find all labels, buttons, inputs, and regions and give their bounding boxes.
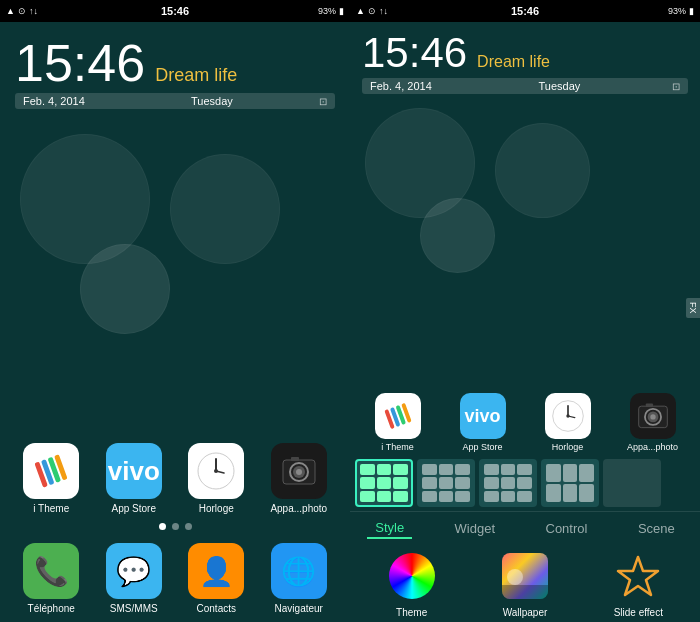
mini-app-horloge[interactable]: Horloge (535, 393, 600, 452)
left-bubbles-area (0, 114, 350, 433)
mini-app-appstore[interactable]: vivo App Store (450, 393, 515, 452)
app-item-horloge[interactable]: Horloge (181, 443, 251, 514)
app-icon-horloge (188, 443, 244, 499)
signal-icon: ▲ (6, 6, 15, 16)
right-status-icons: ▲ ⊙ ↑↓ (356, 6, 388, 16)
bottom-icon-wallpaper[interactable]: Wallpaper (485, 549, 565, 618)
app-item-itheme[interactable]: i Theme (16, 443, 86, 514)
svg-point-7 (296, 469, 302, 475)
right-clock-widget: 15:46 Dream life Feb. 4, 2014 Tuesday ⊡ (350, 22, 700, 98)
left-day-text: Tuesday (191, 95, 233, 107)
bottom-icon-slideeffect[interactable]: Slide effect (598, 549, 678, 618)
svg-rect-17 (645, 403, 652, 407)
app-icon-itheme (23, 443, 79, 499)
person-icon: 👤 (199, 555, 234, 588)
theme-circle (385, 549, 439, 603)
thumb-1[interactable] (355, 459, 413, 507)
app-label-horloge: Horloge (199, 503, 234, 514)
star-svg (615, 553, 661, 599)
app-label-sms: SMS/MMS (110, 603, 158, 614)
bottom-icon-theme[interactable]: Theme (372, 549, 452, 618)
svg-rect-8 (291, 457, 299, 461)
left-status-icons: ▲ ⊙ ↑↓ (6, 6, 38, 16)
right-status-time: 15:46 (511, 5, 539, 17)
right-status-bar: ▲ ⊙ ↑↓ 15:46 93% ▮ (350, 0, 700, 22)
tab-scene[interactable]: Scene (630, 519, 683, 538)
left-dots-indicator (0, 519, 350, 538)
mini-label-itheme: i Theme (381, 442, 413, 452)
right-expand-icon: ⊡ (672, 81, 680, 92)
mini-app-itheme[interactable]: i Theme (365, 393, 430, 452)
star-icon (615, 553, 661, 599)
left-clock-widget: 15:46 Dream life Feb. 4, 2014 Tuesday ⊡ (0, 22, 350, 114)
vivo-text: vivo (108, 456, 160, 487)
thumb-5[interactable] (603, 459, 661, 507)
wifi-icon: ⊙ (18, 6, 26, 16)
left-time-display: 15:46 (161, 5, 189, 17)
globe-icon: 🌐 (281, 555, 316, 588)
wallpaper-circle (498, 549, 552, 603)
right-signal-icon: ▲ (356, 6, 365, 16)
left-expand-icon: ⊡ (319, 96, 327, 107)
svg-point-12 (566, 414, 569, 417)
chat-icon: 💬 (116, 555, 151, 588)
thumb-4[interactable] (541, 459, 599, 507)
left-top-app-dock: i Theme vivo App Store Horloge (0, 433, 350, 519)
left-battery-icon: ▮ (339, 6, 344, 16)
fx-side-button[interactable]: FX (686, 298, 700, 318)
tabs-row: Style Widget Control Scene (350, 511, 700, 543)
color-wheel-icon (389, 553, 435, 599)
right-battery-icon: ▮ (689, 6, 694, 16)
right-day-text: Tuesday (538, 80, 580, 92)
app-item-telephone[interactable]: 📞 Téléphone (16, 543, 86, 614)
right-clock-time: 15:46 (362, 32, 467, 74)
network-icon: ↑↓ (29, 6, 38, 16)
left-panel: ▲ ⊙ ↑↓ 15:46 93% ▮ 15:46 Dream life Feb.… (0, 0, 350, 622)
app-item-navigateur[interactable]: 🌐 Navigateur (264, 543, 334, 614)
theme-label: Theme (396, 607, 427, 618)
bubble-2 (170, 154, 280, 264)
right-network-icon: ↑↓ (379, 6, 388, 16)
slideeffect-label: Slide effect (614, 607, 663, 618)
wallpaper-label: Wallpaper (503, 607, 548, 618)
mini-vivo-text: vivo (464, 406, 500, 427)
thumb-3[interactable] (479, 459, 537, 507)
slideeffect-circle (611, 549, 665, 603)
right-mini-app-dock: i Theme vivo App Store Horloge (350, 388, 700, 455)
app-item-contacts[interactable]: 👤 Contacts (181, 543, 251, 614)
right-battery-text: 93% (668, 6, 686, 16)
app-icon-telephone: 📞 (23, 543, 79, 599)
left-date-text: Feb. 4, 2014 (23, 95, 85, 107)
app-label-appstore: App Store (112, 503, 156, 514)
bottom-icons-row: Theme Wallpaper Slide effect (350, 543, 700, 622)
right-date-bar[interactable]: Feb. 4, 2014 Tuesday ⊡ (362, 78, 688, 94)
app-item-photo[interactable]: Appa...photo (264, 443, 334, 514)
mini-app-photo[interactable]: Appa...photo (620, 393, 685, 452)
right-bubbles-area: FX (350, 98, 700, 388)
left-clock-title: Dream life (155, 65, 237, 86)
app-item-sms[interactable]: 💬 SMS/MMS (99, 543, 169, 614)
tab-control[interactable]: Control (538, 519, 596, 538)
mini-clock-svg (551, 399, 585, 433)
app-label-telephone: Téléphone (28, 603, 75, 614)
app-icon-appstore: vivo (106, 443, 162, 499)
dot-2 (172, 523, 179, 530)
mini-icon-itheme (375, 393, 421, 439)
right-clock-title: Dream life (477, 53, 550, 71)
app-label-navigateur: Navigateur (275, 603, 323, 614)
svg-marker-18 (618, 557, 658, 595)
app-icon-contacts: 👤 (188, 543, 244, 599)
right-time-display: 15:46 (511, 5, 539, 17)
tab-style[interactable]: Style (367, 518, 412, 539)
left-clock-time: 15:46 (15, 37, 145, 89)
app-item-appstore[interactable]: vivo App Store (99, 443, 169, 514)
right-panel: ▲ ⊙ ↑↓ 15:46 93% ▮ 15:46 Dream life Feb.… (350, 0, 700, 622)
right-status-right: 93% ▮ (668, 6, 694, 16)
thumb-2[interactable] (417, 459, 475, 507)
app-label-itheme: i Theme (33, 503, 69, 514)
left-date-bar[interactable]: Feb. 4, 2014 Tuesday ⊡ (15, 93, 335, 109)
left-status-right: 93% ▮ (318, 6, 344, 16)
app-icon-sms: 💬 (106, 543, 162, 599)
clock-svg (196, 451, 236, 491)
tab-widget[interactable]: Widget (447, 519, 503, 538)
